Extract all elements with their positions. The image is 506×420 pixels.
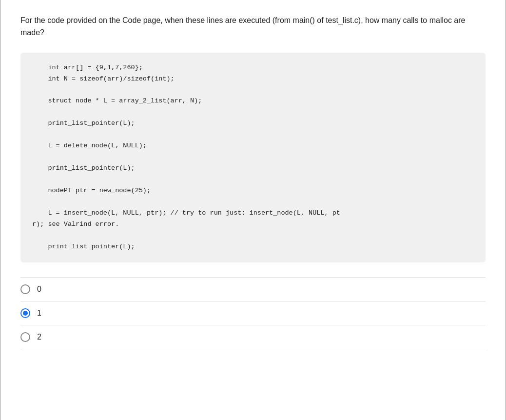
radio-button-2[interactable] [20,332,30,342]
answer-option-1[interactable]: 1 [20,301,486,325]
answer-label-2: 2 [37,333,41,341]
radio-inner-1 [23,311,28,316]
radio-button-1[interactable] [20,308,30,318]
question-text: For the code provided on the Code page, … [20,15,486,39]
radio-button-0[interactable] [20,284,30,294]
page-container: For the code provided on the Code page, … [0,0,506,420]
code-block: int arr[] = {9,1,7,260}; int N = sizeof(… [20,53,486,262]
answer-label-1: 1 [37,309,41,318]
answer-option-2[interactable]: 2 [20,325,486,349]
answer-option-0[interactable]: 0 [20,277,486,301]
answers-container: 0 1 2 [20,277,486,349]
answer-label-0: 0 [37,285,41,294]
